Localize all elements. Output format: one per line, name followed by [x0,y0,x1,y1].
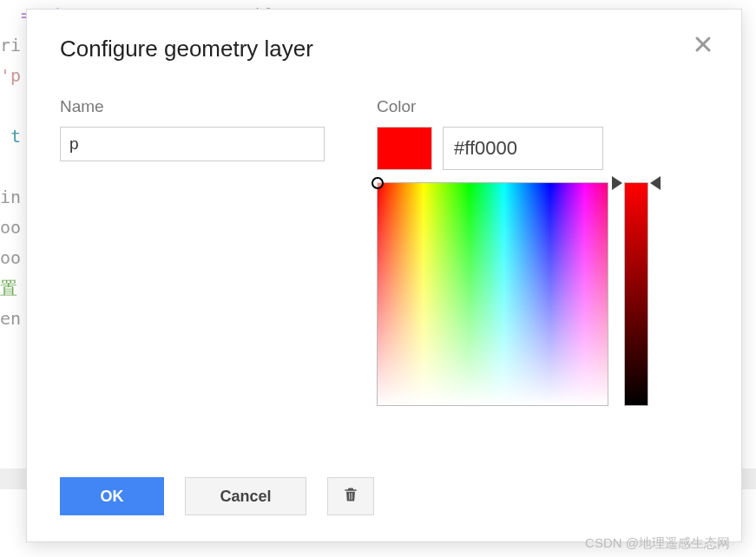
watermark: CSDN @地理遥感生态网 [585,535,730,552]
value-slider[interactable] [624,182,648,406]
color-picker-cursor[interactable] [371,177,384,189]
color-swatch[interactable] [377,127,432,170]
value-bar[interactable] [624,182,648,406]
close-icon[interactable] [693,34,713,55]
ok-button[interactable]: OK [60,477,164,515]
color-label: Color [377,97,689,116]
chevron-left-icon [650,176,661,190]
trash-icon [342,485,359,508]
name-label: Name [60,97,325,116]
dialog-title: Configure geometry layer [60,36,708,62]
color-hex-input[interactable] [443,127,603,170]
configure-geometry-dialog: Configure geometry layer Name Color [26,9,742,542]
cancel-button[interactable]: Cancel [185,477,306,515]
delete-button[interactable] [327,477,374,515]
chevron-right-icon [612,176,622,190]
name-input[interactable] [60,127,325,161]
color-picker-area[interactable] [377,182,608,406]
